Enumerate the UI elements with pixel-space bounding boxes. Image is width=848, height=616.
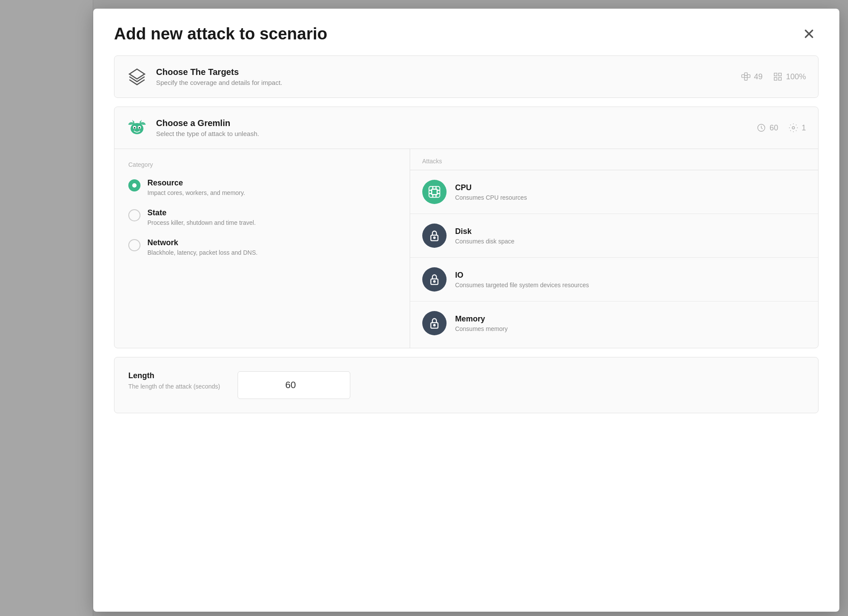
radio-network[interactable]: Network Blackhole, latency, packet loss … — [128, 238, 396, 256]
svg-rect-13 — [774, 73, 777, 76]
targets-section: Choose The Targets Specify the coverage … — [114, 55, 819, 98]
io-info: IO Consumes targeted file system devices… — [455, 271, 589, 289]
svg-rect-10 — [744, 73, 747, 75]
length-input-wrap — [238, 371, 350, 399]
svg-rect-14 — [779, 73, 781, 76]
targets-left: Choose The Targets Specify the coverage … — [127, 66, 282, 87]
category-column: Category Resource Impact cores, workers,… — [114, 149, 410, 348]
category-label: Category — [128, 161, 396, 168]
hosts-count: 49 — [754, 72, 763, 81]
svg-rect-15 — [774, 78, 777, 80]
gremlin-title: Choose a Gremlin — [156, 118, 259, 128]
svg-point-20 — [134, 127, 136, 129]
attacks-column: Attacks — [410, 149, 818, 348]
gremlin-info: Choose a Gremlin Select the type of atta… — [156, 118, 259, 137]
time-value: 60 — [770, 123, 778, 133]
targets-header: Choose The Targets Specify the coverage … — [114, 56, 818, 97]
radio-network-desc: Blackhole, latency, packet loss and DNS. — [147, 249, 258, 256]
radio-state-name: State — [147, 208, 256, 217]
radio-resource-text: Resource Impact cores, workers, and memo… — [147, 178, 245, 196]
coverage-stat: 100% — [773, 72, 806, 81]
memory-info: Memory Consumes memory — [455, 314, 508, 332]
gremlin-content: Category Resource Impact cores, workers,… — [114, 149, 818, 348]
modal: Add new attack to scenario — [93, 9, 839, 612]
radio-resource-desc: Impact cores, workers, and memory. — [147, 189, 245, 196]
gremlin-left: Choose a Gremlin Select the type of atta… — [127, 117, 259, 138]
disk-icon-wrap — [422, 224, 447, 248]
attack-cpu[interactable]: CPU Consumes CPU resources — [410, 170, 818, 214]
svg-rect-11 — [747, 75, 750, 77]
disk-desc: Consumes disk space — [455, 238, 515, 245]
svg-rect-24 — [431, 189, 437, 195]
memory-icon-wrap — [422, 311, 447, 335]
targets-subtitle: Specify the coverage and details for imp… — [156, 79, 282, 86]
length-input[interactable] — [238, 371, 350, 399]
cpu-name: CPU — [455, 183, 527, 192]
layers-icon — [127, 66, 147, 87]
attack-memory[interactable]: Memory Consumes memory — [410, 302, 818, 345]
io-desc: Consumes targeted file system devices re… — [455, 282, 589, 289]
radio-state-circle — [128, 209, 140, 221]
radio-resource[interactable]: Resource Impact cores, workers, and memo… — [128, 178, 396, 196]
svg-point-37 — [434, 281, 435, 282]
radio-state-desc: Process killer, shutdown and time travel… — [147, 219, 256, 226]
time-stat: 60 — [757, 123, 778, 133]
svg-rect-16 — [779, 78, 781, 80]
io-name: IO — [455, 271, 589, 280]
cpu-desc: Consumes CPU resources — [455, 194, 527, 201]
radio-network-name: Network — [147, 238, 258, 247]
cpu-info: CPU Consumes CPU resources — [455, 183, 527, 201]
radio-resource-name: Resource — [147, 178, 245, 188]
io-icon-wrap — [422, 267, 447, 292]
length-subtitle: The length of the attack (seconds) — [128, 383, 220, 390]
length-section: Length The length of the attack (seconds… — [114, 357, 819, 413]
count-value: 1 — [802, 123, 806, 133]
radio-state-text: State Process killer, shutdown and time … — [147, 208, 256, 226]
attack-io[interactable]: IO Consumes targeted file system devices… — [410, 258, 818, 302]
svg-point-23 — [792, 126, 795, 129]
count-stat: 1 — [789, 123, 806, 133]
targets-info: Choose The Targets Specify the coverage … — [156, 67, 282, 86]
modal-body: Choose The Targets Specify the coverage … — [93, 55, 839, 612]
hosts-stat: 49 — [741, 72, 763, 81]
gremlin-section: Choose a Gremlin Select the type of atta… — [114, 107, 819, 348]
targets-stats: 49 100% — [741, 72, 806, 81]
modal-close-button[interactable] — [799, 24, 819, 43]
svg-rect-9 — [742, 75, 744, 77]
targets-title: Choose The Targets — [156, 67, 282, 77]
length-title: Length — [128, 371, 220, 380]
modal-title: Add new attack to scenario — [114, 25, 327, 43]
gremlin-stats: 60 1 — [757, 123, 806, 133]
svg-point-21 — [139, 127, 140, 129]
gremlin-subtitle: Select the type of attack to unleash. — [156, 130, 259, 137]
memory-name: Memory — [455, 314, 508, 324]
radio-network-text: Network Blackhole, latency, packet loss … — [147, 238, 258, 256]
svg-rect-25 — [429, 187, 440, 198]
svg-point-35 — [434, 237, 435, 239]
svg-marker-8 — [130, 69, 145, 79]
svg-rect-12 — [744, 78, 747, 80]
disk-name: Disk — [455, 227, 515, 236]
svg-point-39 — [434, 324, 435, 326]
modal-header: Add new attack to scenario — [93, 9, 839, 55]
radio-state[interactable]: State Process killer, shutdown and time … — [128, 208, 396, 226]
attacks-label: Attacks — [410, 149, 818, 170]
cpu-icon-wrap — [422, 180, 447, 204]
coverage-value: 100% — [786, 72, 806, 81]
gremlin-header: Choose a Gremlin Select the type of atta… — [114, 107, 818, 149]
memory-desc: Consumes memory — [455, 325, 508, 332]
length-label-col: Length The length of the attack (seconds… — [128, 371, 220, 390]
radio-resource-circle — [128, 179, 140, 191]
attack-disk[interactable]: Disk Consumes disk space — [410, 214, 818, 258]
disk-info: Disk Consumes disk space — [455, 227, 515, 245]
radio-network-circle — [128, 239, 140, 251]
gremlin-icon — [127, 117, 147, 138]
